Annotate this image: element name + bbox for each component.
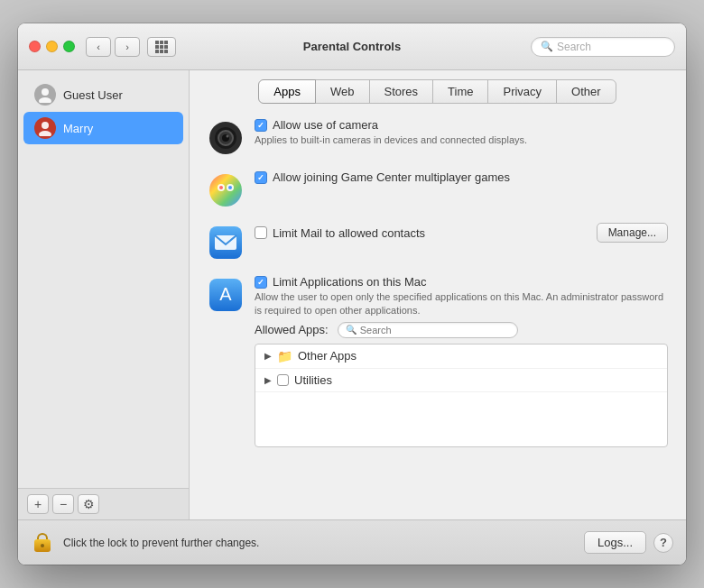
- tab-bar: Apps Web Stores Time Privacy Other: [190, 70, 686, 104]
- list-item-other-apps[interactable]: ▶ 📁 Other Apps: [255, 345, 667, 369]
- limit-apps-setting: A Limit Applications on this Mac Allow t…: [208, 275, 668, 447]
- apps-list: ▶ 📁 Other Apps ▶ Utilities: [255, 344, 668, 447]
- expand-arrow-utilities: ▶: [264, 375, 272, 385]
- svg-point-13: [228, 186, 232, 189]
- bottom-bar: Click the lock to prevent further change…: [18, 519, 686, 565]
- mail-setting-body: Limit Mail to allowed contacts Manage...: [255, 223, 668, 243]
- manage-button[interactable]: Manage...: [597, 223, 668, 243]
- svg-point-12: [219, 186, 223, 189]
- camera-desc: Applies to built-in cameras in devices a…: [255, 133, 668, 147]
- allowed-apps-label: Allowed Apps:: [255, 323, 329, 336]
- camera-setting-body: Allow use of camera Applies to built-in …: [255, 118, 668, 147]
- apps-search-input[interactable]: [360, 325, 510, 335]
- limit-apps-checkbox[interactable]: [255, 276, 267, 289]
- svg-point-3: [39, 131, 51, 136]
- camera-icon: [208, 120, 244, 156]
- svg-point-0: [42, 88, 49, 96]
- tab-stores[interactable]: Stores: [369, 79, 434, 104]
- expand-arrow-other: ▶: [264, 351, 272, 361]
- sidebar-item-label-marry: Marry: [63, 122, 93, 135]
- utilities-label: Utilities: [294, 373, 332, 387]
- sidebar-item-marry[interactable]: Marry: [23, 112, 183, 144]
- limit-apps-body: Limit Applications on this Mac Allow the…: [255, 275, 668, 447]
- mail-setting-line: Limit Mail to allowed contacts Manage...: [255, 223, 668, 243]
- add-user-button[interactable]: +: [27, 494, 49, 514]
- settings-button[interactable]: ⚙: [78, 494, 99, 514]
- limit-apps-desc: Allow the user to open only the specifie…: [255, 290, 668, 318]
- tab-web[interactable]: Web: [315, 79, 370, 104]
- apps-list-empty: [255, 392, 667, 446]
- help-button[interactable]: ?: [653, 533, 673, 553]
- lock-label: Click the lock to prevent further change…: [63, 537, 575, 549]
- lock-icon: [34, 533, 51, 552]
- svg-point-8: [227, 135, 229, 138]
- back-button[interactable]: ‹: [86, 37, 111, 57]
- tab-privacy[interactable]: Privacy: [487, 79, 557, 104]
- sidebar-toolbar: + − ⚙: [18, 488, 189, 519]
- avatar-marry: [34, 117, 56, 139]
- minimize-button[interactable]: [46, 41, 58, 52]
- gamecenter-setting: Allow joining Game Center multiplayer ga…: [208, 170, 668, 208]
- mail-setting: Limit Mail to allowed contacts Manage...: [208, 223, 668, 261]
- right-panel: Apps Web Stores Time Privacy Other: [190, 70, 686, 519]
- list-item-utilities[interactable]: ▶ Utilities: [255, 369, 667, 392]
- gamecenter-label: Allow joining Game Center multiplayer ga…: [273, 170, 510, 184]
- forward-button[interactable]: ›: [115, 37, 140, 57]
- lock-hole: [41, 544, 44, 547]
- svg-text:A: A: [219, 284, 232, 304]
- camera-label: Allow use of camera: [273, 118, 378, 132]
- camera-setting-line: Allow use of camera: [255, 118, 668, 132]
- sidebar-item-guest[interactable]: Guest User: [23, 78, 183, 111]
- app-grid-button[interactable]: [147, 37, 176, 57]
- limit-apps-label: Limit Applications on this Mac: [273, 275, 427, 289]
- avatar-guest: [34, 84, 56, 106]
- gamecenter-checkbox[interactable]: [255, 171, 267, 184]
- gamecenter-setting-body: Allow joining Game Center multiplayer ga…: [255, 170, 668, 184]
- content-area: Allow use of camera Applies to built-in …: [190, 104, 686, 519]
- window-title: Parental Controls: [303, 40, 401, 53]
- maximize-button[interactable]: [63, 41, 75, 52]
- sidebar-item-label-guest: Guest User: [63, 88, 123, 102]
- close-button[interactable]: [29, 41, 41, 52]
- utilities-checkbox[interactable]: [277, 374, 289, 386]
- lock-case: [34, 539, 51, 552]
- svg-point-9: [209, 174, 242, 207]
- camera-checkbox[interactable]: [255, 119, 267, 132]
- appstore-icon-container: A: [208, 277, 244, 313]
- title-bar: ‹ › Parental Controls 🔍: [18, 23, 686, 70]
- svg-point-2: [42, 122, 49, 129]
- sidebar: Guest User Marry + − ⚙: [18, 70, 190, 519]
- svg-point-1: [39, 97, 51, 103]
- limit-apps-line: Limit Applications on this Mac: [255, 275, 668, 289]
- folder-icon-other: 📁: [277, 349, 292, 363]
- mail-checkbox[interactable]: [255, 226, 267, 239]
- main-content: Guest User Marry + − ⚙: [18, 70, 686, 519]
- apps-search-bar[interactable]: 🔍: [338, 322, 518, 338]
- mail-icon-container: [208, 225, 244, 261]
- search-bar[interactable]: 🔍: [531, 37, 675, 57]
- window: ‹ › Parental Controls 🔍: [18, 23, 686, 565]
- other-apps-label: Other Apps: [298, 349, 357, 363]
- apps-search-icon: 🔍: [346, 325, 357, 335]
- gamecenter-icon: [208, 172, 244, 208]
- bottom-right: Logs... ?: [584, 531, 673, 554]
- gamecenter-setting-line: Allow joining Game Center multiplayer ga…: [255, 170, 668, 184]
- lock-button[interactable]: [31, 531, 54, 555]
- grid-icon: [155, 41, 168, 53]
- search-input[interactable]: [557, 41, 665, 53]
- tab-other[interactable]: Other: [556, 79, 616, 104]
- camera-setting: Allow use of camera Applies to built-in …: [208, 118, 668, 156]
- allowed-apps-section: Allowed Apps: 🔍 ▶ 📁 Other: [255, 322, 668, 447]
- allowed-apps-header: Allowed Apps: 🔍: [255, 322, 668, 338]
- logs-button[interactable]: Logs...: [584, 531, 646, 554]
- mail-label: Limit Mail to allowed contacts: [273, 226, 425, 240]
- sidebar-list: Guest User Marry: [18, 70, 189, 488]
- remove-user-button[interactable]: −: [52, 494, 74, 514]
- nav-buttons: ‹ ›: [86, 37, 140, 57]
- tab-time[interactable]: Time: [432, 79, 488, 104]
- traffic-lights: [29, 41, 75, 52]
- tab-apps[interactable]: Apps: [258, 79, 316, 104]
- search-icon: 🔍: [541, 41, 553, 52]
